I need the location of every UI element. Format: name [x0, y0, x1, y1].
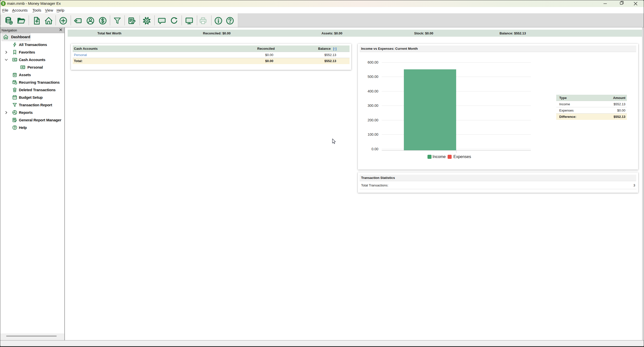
svg-text:$: $	[3, 2, 4, 5]
